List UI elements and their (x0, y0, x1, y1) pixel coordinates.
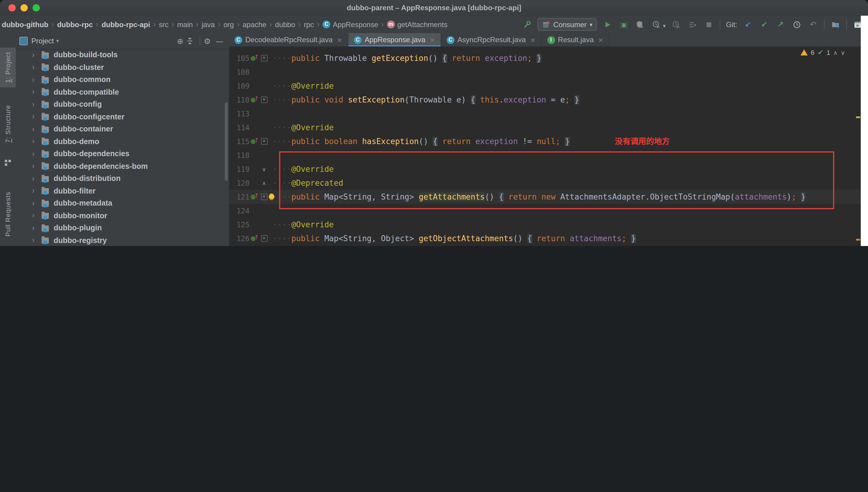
chevron-right-icon[interactable]: › (32, 63, 39, 73)
hide-panel-icon[interactable]: — (213, 36, 225, 46)
breadcrumb-item[interactable]: apache (242, 20, 266, 29)
fold-marker[interactable]: + (259, 194, 269, 200)
close-icon[interactable]: × (598, 36, 604, 44)
breadcrumb-item[interactable]: src (159, 20, 169, 29)
fold-marker[interactable]: + (259, 96, 269, 103)
override-marker-icon[interactable]: ↑ (251, 96, 258, 103)
project-tree-item[interactable]: ›dubbo-filter (16, 185, 229, 197)
project-tree-item[interactable]: ›dubbo-common (16, 74, 229, 86)
gear-icon[interactable]: ⚙ (201, 36, 213, 46)
project-tree-item[interactable]: ›dubbo-cluster (16, 61, 229, 74)
stripe-tab-pull-requests[interactable]: Pull Requests (0, 181, 16, 246)
bug-button[interactable] (618, 18, 629, 30)
editor-tab-asyncrpcresult-java[interactable]: CAsyncRpcResult.java× (441, 33, 542, 46)
code-line-121[interactable]: 121↑+····public Map<String, String> getA… (229, 190, 861, 204)
project-vertical-scrollbar[interactable] (225, 102, 228, 181)
breadcrumb-item[interactable]: dubbo-rpc-api (102, 20, 150, 29)
project-panel-title[interactable]: Project (31, 37, 54, 45)
stripe-tab-1-project[interactable]: 1: Project (0, 48, 16, 88)
git-commit-button[interactable]: ✔ (759, 18, 770, 30)
project-tree-item[interactable]: ›dubbo-config (16, 98, 229, 110)
chevron-right-icon[interactable]: › (32, 124, 39, 134)
override-marker-icon[interactable]: ↑ (251, 54, 258, 62)
project-tree-item[interactable]: ›dubbo-container (16, 123, 229, 136)
params-off-button[interactable] (687, 18, 698, 30)
override-marker-icon[interactable]: ↑ (251, 235, 258, 242)
chevron-right-icon[interactable]: › (32, 198, 39, 208)
warning-stripe-mark[interactable] (856, 116, 860, 118)
project-tree-item[interactable]: ›dubbo-build-tools (16, 49, 229, 61)
git-rollback-off-button[interactable]: ↶ (808, 18, 819, 30)
fold-marker[interactable]: + (259, 138, 269, 145)
commit-tool-icon[interactable] (0, 157, 16, 169)
inspections-widget[interactable]: 6 ✔ 1 ∧ ∨ (800, 48, 845, 57)
chevron-right-icon[interactable]: › (32, 75, 39, 85)
code-line-119[interactable]: 119∨····@Override (229, 162, 861, 176)
code-line-129[interactable]: 129 (229, 245, 861, 246)
code-line-110[interactable]: 110↑+····public void setException(Throwa… (229, 93, 861, 107)
editor-tab-appresponse-java[interactable]: CAppResponse.java× (349, 33, 441, 46)
project-tree-item[interactable]: ›dubbo-compatible (16, 86, 229, 98)
close-icon[interactable]: × (337, 36, 342, 44)
code-line-126[interactable]: 126↑+····public Map<String, Object> getO… (229, 231, 861, 245)
chevron-right-icon[interactable]: › (32, 149, 39, 159)
code-line-125[interactable]: 125····@Override (229, 218, 861, 231)
code-line-109[interactable]: 109····@Override (229, 79, 861, 93)
breadcrumb-item[interactable]: dubbo (275, 20, 296, 29)
folder-blue-button[interactable] (830, 18, 841, 30)
coverage-button[interactable] (635, 18, 645, 30)
run-configuration-select[interactable]: Consumer▾ (538, 18, 597, 31)
code-line-105[interactable]: 105↑+····public Throwable getException()… (229, 51, 861, 65)
warning-stripe-mark[interactable] (856, 239, 860, 241)
fold-plus-icon[interactable]: + (261, 194, 267, 200)
chevron-right-icon[interactable]: › (32, 137, 39, 147)
chevron-right-icon[interactable]: › (32, 112, 39, 122)
fold-marker[interactable]: ∧ (259, 180, 269, 186)
editor-tab-decodeablerpcresult-java[interactable]: CDecodeableRpcResult.java× (229, 33, 349, 46)
fold-open-icon[interactable]: ∨ (262, 166, 266, 172)
breadcrumb-item[interactable]: org (224, 20, 234, 29)
chevron-right-icon[interactable]: › (32, 223, 39, 233)
project-tree-item[interactable]: ›dubbo-registry (16, 234, 229, 246)
profiler-button[interactable] (651, 18, 662, 30)
chevron-right-icon[interactable]: › (32, 186, 39, 196)
close-icon[interactable]: × (530, 36, 536, 44)
chevron-right-icon[interactable]: › (32, 211, 39, 221)
prev-problem-icon[interactable]: ∧ (833, 49, 838, 56)
override-marker-icon[interactable]: ↑ (251, 138, 258, 145)
code-line-114[interactable]: 114····@Override (229, 121, 861, 134)
code-line-118[interactable]: 118 (229, 148, 861, 162)
project-tree-item[interactable]: ›dubbo-monitor (16, 210, 229, 222)
breadcrumb-item[interactable]: dubbo-rpc (57, 20, 93, 29)
code-line-120[interactable]: 120∧····@Deprecated (229, 176, 861, 190)
editor-tab-result-java[interactable]: IResult.java× (542, 33, 609, 46)
fold-plus-icon[interactable]: + (261, 96, 267, 103)
code-line-108[interactable]: 108 (229, 65, 861, 79)
project-tree-item[interactable]: ›dubbo-dependencies-bom (16, 160, 229, 172)
project-tree-item[interactable]: ›dubbo-dependencies (16, 148, 229, 160)
code-editor[interactable]: 6 ✔ 1 ∧ ∨ 105↑+····public Throwable getE… (229, 46, 861, 246)
fold-marker[interactable]: + (259, 55, 269, 62)
fold-end-icon[interactable]: ∧ (262, 180, 266, 186)
play-button[interactable] (602, 18, 613, 30)
close-icon[interactable]: × (430, 36, 435, 44)
fold-marker[interactable]: ∨ (259, 166, 269, 172)
chevron-right-icon[interactable]: › (32, 99, 39, 110)
project-tree-item[interactable]: ›dubbo-distribution (16, 172, 229, 185)
git-history-button[interactable] (791, 18, 802, 30)
breadcrumb-item[interactable]: CAppResponse (323, 20, 378, 29)
fold-marker[interactable]: + (259, 235, 269, 242)
code-line-115[interactable]: 115↑+····public boolean hasException() {… (229, 134, 861, 148)
fold-plus-icon[interactable]: + (261, 138, 267, 145)
chevron-right-icon[interactable]: › (32, 236, 39, 246)
profiler-dropdown-icon[interactable]: ▾ (663, 19, 666, 30)
breadcrumb-item[interactable]: dubbo-github (2, 20, 49, 29)
git-update-button[interactable]: ↙ (743, 18, 754, 30)
chevron-down-icon[interactable]: ▾ (56, 38, 59, 44)
breadcrumb-item[interactable]: java (202, 20, 215, 29)
collapse-all-icon[interactable] (186, 38, 198, 45)
breadcrumb-item[interactable]: mgetAttachments (387, 20, 448, 29)
wrench-button[interactable] (521, 18, 532, 30)
next-problem-icon[interactable]: ∨ (841, 49, 845, 56)
locate-file-icon[interactable]: ⊕ (174, 36, 186, 46)
